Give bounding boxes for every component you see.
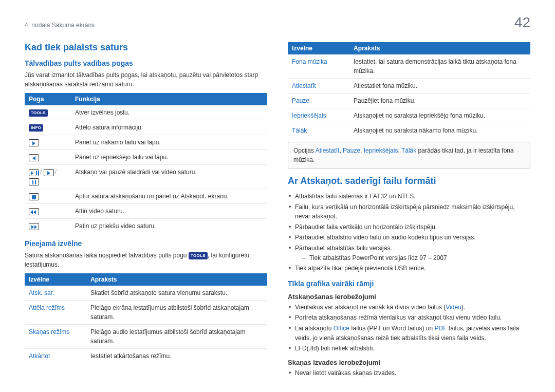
table-row: Fona mūzikaIestatiet, lai satura demonst… (288, 54, 530, 79)
menu-name: Atkārtot (25, 349, 86, 364)
menu-desc: Iestatiet, lai satura demonstrācijas lai… (349, 54, 530, 79)
menu-desc: Pielāgo audio iestatījumus atbilstoši šo… (86, 325, 267, 349)
th-menu: Izvēlne (25, 273, 86, 286)
sound-limits-bullets: Nevar lietot vairākas skaņas izvades. (288, 368, 530, 378)
table-row: Aptur satura atskaņošanu un pāriet uz At… (25, 189, 267, 204)
menu-desc: Atskaņojiet no saraksta iepriekšējo fona… (349, 108, 530, 123)
list-item: Pārbaudiet atbalstītās failu versijas. T… (288, 244, 530, 263)
heading-remote-buttons: Tālvadības pults vadības pogas (25, 59, 267, 67)
th-desc: Apraksts (86, 273, 267, 286)
menu-desc: Atskaņojiet no saraksta nākamo fona mūzi… (349, 123, 530, 138)
menu-name: Fona mūzika (288, 54, 349, 79)
heading-when-playing: Kad tiek palaists saturs (25, 42, 267, 53)
page-number: 42 (514, 14, 530, 31)
fn-cell: Pāriet uz iepriekšējo failu vai lapu. (71, 150, 267, 165)
menu-desc: Atiestatiet fona mūziku. (349, 79, 530, 94)
play-limits-bullets: Vienlaikus var atskaņot ne vairāk kā div… (288, 303, 530, 353)
table-row: Pāriet uz iepriekšējo failu vai lapu. (25, 150, 267, 165)
menu-desc: Iestatiet atkārtošanas režīmu. (86, 349, 267, 364)
table-row: INFO Attēlo satura informāciju. (25, 120, 267, 135)
menu-table-left: Izvēlne Apraksts Atsk. sar.Skatiet šobrī… (25, 273, 267, 363)
list-item: Portreta atskaņošanas režīmā vienlaikus … (288, 313, 530, 323)
menu-name: Atiestatīt (288, 79, 349, 94)
menu-intro: Satura atskaņošanas laikā nospiediet tāl… (25, 251, 267, 269)
fn-cell: Pāriet uz nākamo failu vai lapu. (71, 135, 267, 150)
remote-intro: Jūs varat izmantot tālvadības pults poga… (25, 70, 267, 89)
table-row: Atsk. sar.Skatiet šobrīd atskaņoto satur… (25, 286, 267, 301)
play-pause-combo-icon (29, 169, 39, 176)
sub-list: Tiek atbalstītas PowerPoint versijas līd… (295, 253, 530, 263)
list-item: Tiek atbalstītas PowerPoint versijas līd… (302, 253, 530, 263)
tools-badge-icon: TOOLS (29, 109, 48, 117)
list-item: Atbalstītās failu sistēmas ir FAT32 un N… (288, 192, 530, 201)
table-row: Skaņas režīmsPielāgo audio iestatījumus … (25, 325, 267, 349)
prev-icon (29, 154, 39, 161)
menu-name: Skaņas režīms (25, 325, 86, 349)
table-row: AtiestatītAtiestatiet fona mūziku. (288, 79, 530, 94)
table-row: TālākAtskaņojiet no saraksta nākamo fona… (288, 123, 530, 138)
fn-cell: Attēlo satura informāciju. (71, 120, 267, 135)
menu-table-right: Izvēlne Apraksts Fona mūzikaIestatiet, l… (288, 42, 530, 138)
list-item: Tiek atpazīta tikai pēdējā pievienotā US… (288, 264, 530, 273)
list-item: Vienlaikus var atskaņot ne vairāk kā div… (288, 303, 530, 312)
th-menu: Izvēlne (288, 42, 349, 54)
fn-cell: Attin video saturu. (71, 204, 267, 219)
table-row: Attin video saturu. (25, 204, 267, 219)
th-button: Poga (25, 93, 71, 105)
note-box: Opcijas Atiestatīt, Pauze, Iepriekšējais… (288, 142, 530, 169)
right-column: Izvēlne Apraksts Fona mūzikaIestatiet, l… (288, 42, 530, 382)
table-row: TOOLS Atver izvēlnes joslu. (25, 105, 267, 120)
button-function-table: Poga Funkcija TOOLS Atver izvēlnes joslu… (25, 93, 267, 233)
fn-cell: Aptur satura atskaņošanu un pāriet uz At… (71, 189, 267, 204)
table-row: / / Atskaņo vai pauzē slaidrādi vai vide… (25, 165, 267, 189)
play-icon (44, 169, 54, 176)
menu-name: Attēla režīms (25, 301, 86, 325)
fn-cell: Atskaņo vai pauzē slaidrādi vai video sa… (71, 165, 267, 189)
heading-available-menu: Pieejamā izvēlne (25, 239, 267, 248)
th-function: Funkcija (71, 93, 267, 105)
menu-name: Tālāk (288, 123, 349, 138)
page-header: 4. nodaļa Sākuma ekrāns 42 (25, 14, 530, 31)
list-item: Pārbaudiet faila vertikālo un horizontāl… (288, 222, 530, 232)
chapter-label: 4. nodaļa Sākuma ekrāns (25, 22, 95, 29)
menu-name: Iepriekšējais (288, 108, 349, 123)
menu-name: Atsk. sar. (25, 286, 86, 301)
menu-desc: Pauzējiet fona mūziku. (349, 94, 530, 108)
list-item: Pārbaudiet atbalstīto video failu un aud… (288, 233, 530, 242)
fn-cell: Atver izvēlnes joslu. (71, 105, 267, 120)
heading-multi-frames: Tīkla grafika vairāki rāmji (288, 279, 530, 288)
menu-name: Pauze (288, 94, 349, 108)
fn-cell: Patin uz priekšu video saturu. (71, 219, 267, 234)
table-row: PauzePauzējiet fona mūziku. (288, 94, 530, 108)
menu-desc: Skatiet šobrīd atskaņoto satura vienumu … (86, 286, 267, 301)
list-item: Nevar lietot vairākas skaņas izvades. (288, 368, 530, 378)
info-badge-icon: INFO (29, 124, 43, 132)
list-item: Lai atskaņotu Office failus (PPT un Word… (288, 324, 530, 343)
table-row: AtkārtotIestatiet atkārtošanas režīmu. (25, 349, 267, 364)
fast-forward-icon (29, 223, 39, 230)
table-row: Pāriet uz nākamo failu vai lapu. (25, 135, 267, 150)
next-icon (29, 139, 39, 146)
rewind-icon (29, 208, 39, 215)
stop-icon (29, 193, 39, 200)
table-row: Attēla režīmsPielāgo ekrāna iestatījumus… (25, 301, 267, 325)
th-desc: Apraksts (349, 42, 530, 54)
tools-badge-icon: TOOLS (189, 252, 208, 259)
table-row: Patin uz priekšu video saturu. (25, 219, 267, 234)
left-column: Kad tiek palaists saturs Tālvadības pult… (25, 42, 267, 382)
pause-icon (29, 178, 39, 185)
list-item: Failu, kura vertikālā un horizontālā izš… (288, 202, 530, 221)
heading-compat-formats: Ar Atskaņot. saderīgi failu formāti (288, 176, 530, 186)
content-columns: Kad tiek palaists saturs Tālvadības pult… (25, 42, 530, 382)
table-row: IepriekšējaisAtskaņojiet no saraksta iep… (288, 108, 530, 123)
menu-desc: Pielāgo ekrāna iestatījumus atbilstoši š… (86, 301, 267, 325)
heading-play-limits: Atskaņošanas ierobežojumi (288, 293, 530, 301)
compat-bullets: Atbalstītās failu sistēmas ir FAT32 un N… (288, 192, 530, 273)
heading-sound-limits: Skaņas izvades ierobežojumi (288, 359, 530, 366)
list-item: LFD(.lfd) faili netiek atbalstīti. (288, 344, 530, 353)
